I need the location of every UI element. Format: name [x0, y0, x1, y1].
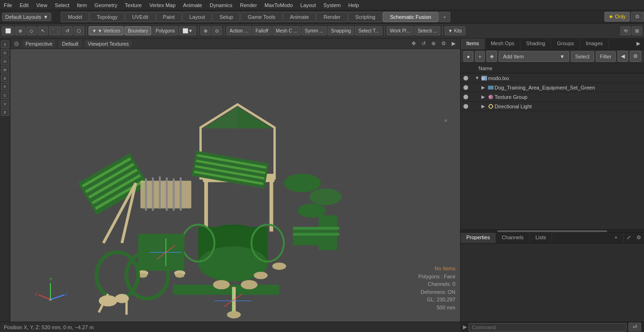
item-directional-light[interactable]: ▶ Directional Light [461, 102, 644, 111]
add-tab-btn[interactable]: + [439, 12, 450, 22]
tab-layout[interactable]: Layout [182, 12, 212, 22]
item-texture-group[interactable]: ▶ T Texture Group [461, 92, 644, 102]
bottom-tab-add[interactable]: + [609, 233, 624, 243]
select-t-btn[interactable]: Select T... [355, 26, 382, 35]
eye-modo-lxo[interactable] [461, 76, 471, 81]
menu-layout[interactable]: Layout [297, 1, 320, 9]
items-list[interactable]: ▼ M modo.lxo ▶ Dog_Training_Area_Equipme… [461, 73, 644, 152]
menu-vertex-map[interactable]: Vertex Map [146, 1, 180, 9]
tab-schematic-fusion[interactable]: Schematic Fusion [383, 12, 438, 22]
edge-btn[interactable]: ⬜▼ [179, 26, 196, 35]
command-go-btn[interactable]: ⏎ [628, 323, 641, 332]
tab-shading[interactable]: Shading [520, 39, 551, 49]
menu-geometry[interactable]: Geometry [91, 1, 121, 9]
item-modo-lxo[interactable]: ▼ M modo.lxo [461, 73, 644, 83]
sidebar-curve[interactable]: C [1, 91, 9, 99]
expand-modo-lxo[interactable]: ▼ [475, 75, 480, 81]
tab-topology[interactable]: Topology [90, 12, 124, 22]
viewport-textures[interactable]: Viewport Textures [85, 40, 132, 48]
viewport-settings-icon[interactable]: ⚙ [440, 40, 447, 48]
panel-settings-btn[interactable]: ⚙ [630, 51, 641, 62]
tab-animate[interactable]: Animate [283, 12, 316, 22]
eye-dog-training[interactable] [461, 85, 471, 90]
tab-model[interactable]: Model [61, 12, 89, 22]
viewport-zoom-icon[interactable]: ⊕ [430, 40, 437, 48]
kits-btn[interactable]: ▼ Kits [445, 26, 465, 35]
star-only-btn[interactable]: ★ Only [604, 12, 630, 22]
bottom-panel-expand[interactable]: ⤢ [624, 233, 634, 243]
tab-game-tools[interactable]: Game Tools [240, 12, 282, 22]
tab-render[interactable]: Render [316, 12, 347, 22]
bottom-tab-channels[interactable]: Channels [496, 233, 529, 243]
menu-dynamics[interactable]: Dynamics [206, 1, 236, 9]
viewport-move-icon[interactable]: ✥ [411, 40, 417, 48]
eye-directional-light[interactable] [461, 104, 471, 109]
vertices-btn[interactable]: ▼ ▼ Vertices [89, 26, 124, 35]
viewport-rotate-icon[interactable]: ↺ [421, 40, 427, 48]
layout-view-btn[interactable]: ⊞ [632, 26, 642, 35]
sidebar-edge[interactable]: E [1, 74, 9, 82]
viewport-perspective[interactable]: Perspective [23, 40, 55, 48]
menu-texture[interactable]: Texture [121, 1, 146, 9]
tab-uvedit[interactable]: UVEdit [125, 12, 155, 22]
select-mode-btn[interactable]: ⬜ [2, 26, 14, 35]
expand-dog-training[interactable]: ▶ [481, 85, 487, 90]
tab-images[interactable]: Images [580, 39, 609, 49]
tab-scripting[interactable]: Scripting [348, 12, 382, 22]
layout-options-btn[interactable]: ⚙ [631, 12, 644, 22]
menu-file[interactable]: File [0, 1, 16, 9]
menu-maxtomodo[interactable]: MaxToModo [261, 1, 297, 9]
arrow-btn[interactable]: ↖ [38, 26, 48, 35]
sidebar-dup2[interactable]: D [1, 57, 9, 65]
menu-animate[interactable]: Animate [179, 1, 206, 9]
sidebar-select[interactable]: S [1, 40, 9, 48]
polygon-select-btn[interactable]: ⬡ [74, 26, 84, 35]
panel-filter-icon[interactable]: ◈ [487, 51, 497, 62]
box-btn[interactable]: ⬛ [49, 26, 61, 35]
tab-items[interactable]: Items [461, 39, 485, 49]
tab-paint[interactable]: Paint [156, 12, 182, 22]
panel-tabs-more[interactable]: ▶ [633, 39, 644, 49]
viewport-expand-icon[interactable]: ▶ [451, 40, 456, 48]
workplane-btn[interactable]: Work Pl... [387, 26, 413, 35]
polygons-btn[interactable]: Polygons [152, 26, 178, 35]
tab-mesh-ops[interactable]: Mesh Ops [485, 39, 520, 49]
origin-btn[interactable]: ⊕ [15, 26, 25, 35]
snap-btn[interactable]: ⊕ [200, 26, 211, 35]
vertex-select-btn[interactable]: ◇ [26, 26, 37, 35]
bottom-tab-lists[interactable]: Lists [530, 233, 553, 243]
action-btn[interactable]: Action ... [226, 26, 251, 35]
item-dog-training[interactable]: ▶ Dog_Training_Area_Equipment_Set_Green [461, 83, 644, 92]
sidebar-mesh[interactable]: M [1, 66, 9, 73]
eye-texture-group[interactable] [461, 95, 471, 99]
expand-texture-group[interactable]: ▶ [481, 94, 487, 99]
tab-groups[interactable]: Groups [551, 39, 580, 49]
bottom-tab-properties[interactable]: Properties [461, 233, 496, 243]
filter-btn[interactable]: Filter [596, 51, 616, 62]
menu-view[interactable]: View [33, 1, 51, 9]
sidebar-dup[interactable]: D [1, 49, 9, 57]
sidebar-env[interactable]: E [1, 108, 9, 116]
bottom-panel-settings[interactable]: ⚙ [634, 233, 644, 243]
viewport[interactable]: Perspective Default Viewport Textures ✥ … [10, 39, 460, 322]
menu-render[interactable]: Render [236, 1, 261, 9]
panel-eye-toggle[interactable]: ● [463, 51, 473, 62]
mesh-btn[interactable]: Mesh C ... [272, 26, 301, 35]
refresh-btn[interactable]: ⟲ [620, 26, 631, 35]
sidebar-poly[interactable]: P [1, 83, 9, 90]
menu-item[interactable]: Item [73, 1, 91, 9]
menu-help[interactable]: Help [345, 1, 363, 9]
falloff-btn[interactable]: Falloff [252, 26, 272, 35]
tab-setup[interactable]: Setup [213, 12, 240, 22]
visibility-btn[interactable]: ⊙ [212, 26, 222, 35]
sidebar-uv[interactable]: U [1, 100, 9, 107]
viewport-default[interactable]: Default [59, 40, 81, 48]
canvas-area[interactable]: Y X Z No Items Polygons : Face Channels:… [10, 49, 460, 322]
selecti-btn[interactable]: Selecti ... [414, 26, 440, 35]
boundary-btn[interactable]: Boundary [124, 26, 151, 35]
symmetry-btn[interactable]: Symm ... [302, 26, 327, 35]
snapping-btn[interactable]: Snapping [328, 26, 354, 35]
viewport-dot[interactable] [14, 41, 19, 46]
add-item-btn[interactable]: Add Item ▼ [499, 51, 569, 62]
command-input[interactable] [469, 323, 627, 332]
